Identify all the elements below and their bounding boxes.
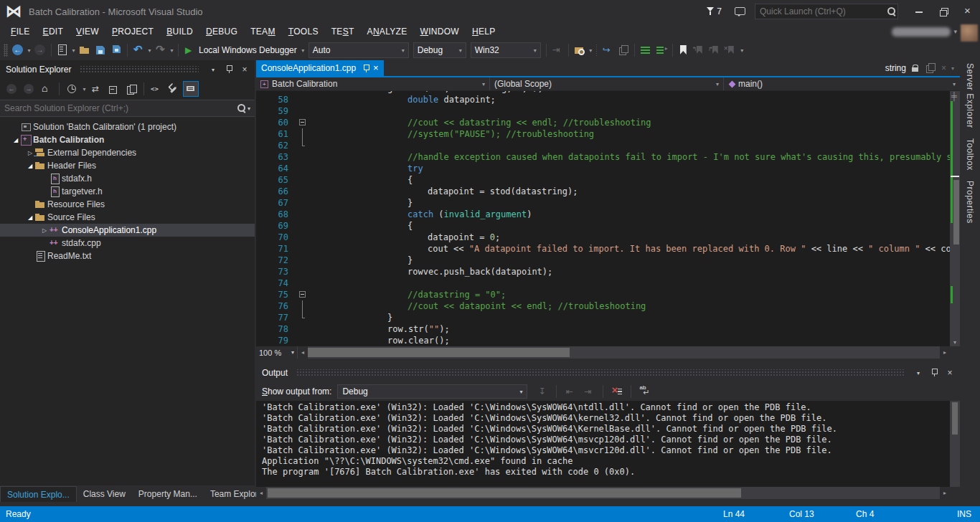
save-all-button[interactable] xyxy=(108,42,124,58)
collapsed-arrow-icon[interactable]: ▷ xyxy=(40,227,49,234)
debugger-target-label[interactable]: Local Windows Debugger xyxy=(199,45,297,55)
output-horizontal-scrollbar[interactable] xyxy=(266,487,940,499)
chevron-down-icon[interactable]: ▾ xyxy=(81,81,88,97)
collapse-all-button[interactable] xyxy=(106,81,122,97)
chevron-down-icon[interactable]: ▾ xyxy=(300,42,306,58)
code-view-button[interactable] xyxy=(149,81,164,97)
tree-item-targetver-h[interactable]: targetver.h xyxy=(0,185,255,198)
find-in-files-button[interactable] xyxy=(572,42,588,58)
editor-zoom-dropdown[interactable]: 100 % ▾ xyxy=(256,346,298,359)
next-bookmark-button[interactable] xyxy=(707,42,723,58)
scroll-right-arrow[interactable]: ▸ xyxy=(940,349,950,356)
home-button[interactable] xyxy=(39,81,55,97)
tab-property-man-[interactable]: Property Man... xyxy=(132,486,204,502)
msg-next-button[interactable] xyxy=(581,384,597,399)
solution-search-box[interactable]: ▾ xyxy=(0,100,255,117)
properties-wrench-button[interactable] xyxy=(166,81,182,97)
tree-item-batch-calibration[interactable]: ◢Batch Calibration xyxy=(0,133,255,146)
previous-bookmark-button[interactable] xyxy=(692,42,707,58)
msg-prev-button[interactable] xyxy=(562,384,578,399)
chevron-down-icon[interactable]: ▾ xyxy=(169,42,175,58)
start-debugger-button[interactable] xyxy=(182,42,197,58)
sync-active-button[interactable] xyxy=(89,81,105,97)
navigate-backward-button[interactable] xyxy=(10,42,26,58)
restore-button[interactable] xyxy=(931,2,956,21)
tree-item-header-files[interactable]: ◢Header Files xyxy=(0,159,255,172)
pin-button[interactable] xyxy=(223,64,235,75)
panel-close-button[interactable]: × xyxy=(944,367,956,379)
menu-team[interactable]: TEAM xyxy=(244,24,282,39)
jump-source-button[interactable] xyxy=(534,384,550,399)
se-back-button[interactable] xyxy=(4,81,20,97)
copy-item-button[interactable] xyxy=(616,42,631,58)
scrollbar-thumb[interactable] xyxy=(952,402,958,435)
minimize-button[interactable] xyxy=(907,2,931,21)
chevron-down-icon[interactable]: ▾ xyxy=(588,42,594,58)
editor-horizontal-scrollbar[interactable] xyxy=(308,346,940,359)
show-all-files-button[interactable] xyxy=(123,81,139,97)
menu-debug[interactable]: DEBUG xyxy=(199,24,244,39)
comment-lines-button[interactable] xyxy=(638,42,654,58)
notifications-button[interactable]: 7 xyxy=(705,6,722,17)
tab-close-icon[interactable]: × xyxy=(373,64,379,72)
chevron-down-icon[interactable]: ▾ xyxy=(70,42,77,58)
output-source-combo[interactable]: Debug ▾ xyxy=(337,384,527,399)
tab-pin-icon[interactable] xyxy=(360,63,369,73)
close-button[interactable] xyxy=(956,2,980,21)
solution-search-input[interactable] xyxy=(4,103,236,113)
menu-project[interactable]: PROJECT xyxy=(105,24,160,39)
tree-item-external-dependencies[interactable]: ▷External Dependencies xyxy=(0,146,255,159)
code-editor[interactable]: getline(row, datastring, ',');58double d… xyxy=(256,91,960,346)
tree-item-resource-files[interactable]: Resource Files xyxy=(0,198,255,211)
menu-view[interactable]: VIEW xyxy=(70,24,105,39)
chevron-down-icon[interactable]: ▾ xyxy=(248,105,250,112)
user-avatar[interactable] xyxy=(961,24,978,42)
toolbar-grip[interactable] xyxy=(4,44,8,57)
tab-toolbox[interactable]: Toolbox xyxy=(965,138,975,171)
tree-item-stdafx-cpp[interactable]: stdafx.cpp xyxy=(0,237,255,250)
feedback-button[interactable] xyxy=(732,4,748,19)
tab-class-view[interactable]: Class View xyxy=(77,486,132,502)
scroll-right-arrow[interactable]: ▸ xyxy=(940,490,950,496)
menu-file[interactable]: FILE xyxy=(4,24,37,39)
quick-launch-input[interactable] xyxy=(755,6,886,16)
tree-item-solution-batch-calibration-1-project-[interactable]: Solution 'Batch Calibration' (1 project) xyxy=(0,120,255,133)
scrollbar-thumb[interactable] xyxy=(308,348,570,357)
preview-items-button[interactable] xyxy=(183,81,199,97)
menu-edit[interactable]: EDIT xyxy=(37,24,70,39)
title-bar[interactable]: ⋈ Batch Calibration - Microsoft Visual S… xyxy=(0,0,980,23)
new-project-button[interactable] xyxy=(55,42,70,58)
scope-dropdown[interactable]: (Global Scope) ▾ xyxy=(490,77,724,90)
tab-solution-explo-[interactable]: Solution Explo... xyxy=(0,486,77,502)
menu-tools[interactable]: TOOLS xyxy=(282,24,325,39)
tree-item-readme-txt[interactable]: ReadMe.txt xyxy=(0,250,255,262)
scrollbar-thumb[interactable] xyxy=(268,488,741,498)
clear-all-button[interactable] xyxy=(609,384,625,399)
menu-analyze[interactable]: ANALYZE xyxy=(361,24,414,39)
quick-launch-box[interactable] xyxy=(755,4,898,19)
panel-close-button[interactable]: × xyxy=(239,64,250,75)
output-log[interactable]: 'Batch Calibration.exe' (Win32): Loaded … xyxy=(256,401,960,487)
navigate-forward-button[interactable] xyxy=(32,42,48,58)
fold-collapse-icon[interactable] xyxy=(299,291,306,298)
pin-button[interactable] xyxy=(928,367,940,379)
word-wrap-button[interactable] xyxy=(637,384,653,399)
tree-item-consoleapplication1-cpp[interactable]: ▷ConsoleApplication1.cpp xyxy=(0,224,255,237)
scroll-left-arrow[interactable]: ◂ xyxy=(298,349,308,356)
datatip-close-icon[interactable]: × xyxy=(941,63,946,73)
menu-test[interactable]: TEST xyxy=(325,24,361,39)
save-button[interactable] xyxy=(93,42,108,58)
solution-platform-combo[interactable]: Win32▾ xyxy=(471,42,541,58)
collapsed-arrow-icon[interactable]: ▷ xyxy=(26,150,34,156)
attach-to-process-button[interactable] xyxy=(550,42,565,58)
window-position-chevron[interactable]: ▾ xyxy=(207,64,219,75)
solution-configuration-combo[interactable]: Debug▾ xyxy=(413,42,466,58)
chevron-down-icon[interactable]: ▾ xyxy=(739,42,745,58)
clear-bookmarks-button[interactable] xyxy=(723,42,739,58)
tab-properties[interactable]: Properties xyxy=(965,181,975,224)
toggle-bookmark-button[interactable] xyxy=(676,42,692,58)
tree-item-stdafx-h[interactable]: stdafx.h xyxy=(0,172,255,185)
pending-changes-button[interactable] xyxy=(64,81,80,97)
tree-item-source-files[interactable]: ◢Source Files xyxy=(0,211,255,224)
document-tab[interactable]: ConsoleApplication1.cpp × xyxy=(256,60,384,76)
